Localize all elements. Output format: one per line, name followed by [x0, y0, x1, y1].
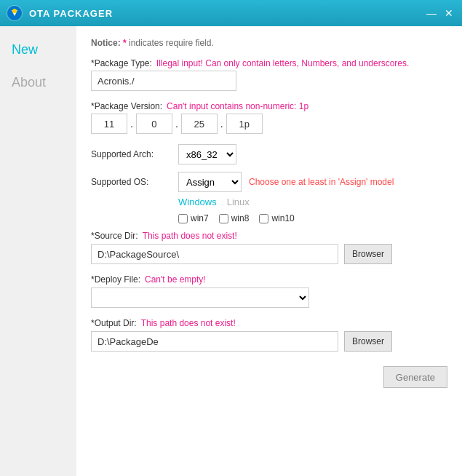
version-field-3[interactable]: [181, 114, 218, 134]
checkbox-win7-label: win7: [191, 213, 209, 223]
checkbox-win8-input[interactable]: [219, 214, 228, 223]
checkbox-win8[interactable]: win8: [219, 213, 250, 223]
checkbox-row: win7 win8 win10: [178, 213, 447, 223]
version-field-2[interactable]: [136, 114, 172, 134]
generate-button[interactable]: Generate: [383, 366, 447, 388]
sidebar-item-new[interactable]: New: [0, 33, 76, 66]
minimize-button[interactable]: —: [424, 6, 439, 20]
app-title: OTA PACKAGER: [29, 8, 424, 19]
output-dir-label: *Output Dir: This path does not exist!: [91, 318, 447, 328]
window-controls: — ✕: [424, 6, 456, 20]
checkbox-win8-label: win8: [231, 213, 250, 223]
arch-label: Supported Arch:: [91, 149, 171, 159]
source-browser-button[interactable]: Browser: [344, 244, 392, 264]
deploy-file-error: Can't be empty!: [145, 274, 206, 285]
package-type-error: Illegal input! Can only contain letters,…: [156, 58, 410, 68]
dot-3: .: [220, 118, 223, 130]
version-field-4[interactable]: [226, 114, 263, 134]
os-tab-linux[interactable]: Linux: [227, 197, 250, 207]
os-tabs: Windows Linux: [178, 197, 447, 207]
output-dir-row: Browser: [91, 331, 447, 352]
output-dir-input[interactable]: [91, 331, 338, 352]
source-dir-error: This path does not exist!: [143, 231, 237, 241]
supported-arch-group: Supported Arch: x86_32 x86_64 arm: [91, 144, 447, 164]
os-select[interactable]: Assign Windows Linux All: [178, 172, 242, 192]
deploy-file-label: *Deploy File: Can't be empty!: [91, 274, 447, 285]
version-field-1[interactable]: [91, 114, 127, 134]
content-area: Notice: * indicates require field. *Pack…: [76, 26, 462, 476]
deploy-file-select[interactable]: [91, 287, 309, 308]
notice-asterisk: *: [123, 38, 127, 48]
svg-point-1: [12, 9, 17, 13]
package-version-label: *Package Version: Can't input contains n…: [91, 101, 447, 111]
checkbox-win10[interactable]: win10: [259, 213, 294, 223]
supported-os-group: Supported OS: Assign Windows Linux All C…: [91, 172, 447, 192]
source-dir-input[interactable]: [91, 244, 338, 264]
generate-row: Generate: [91, 366, 447, 388]
os-label: Supported OS:: [91, 177, 171, 187]
sidebar: New About: [0, 26, 76, 476]
dot-1: .: [130, 118, 133, 130]
version-row: . . .: [91, 114, 447, 134]
main-layout: New About Notice: * indicates require fi…: [0, 26, 462, 476]
os-assign-error: Choose one at least in 'Assign' model: [249, 177, 394, 187]
deploy-file-group: *Deploy File: Can't be empty!: [91, 274, 447, 308]
output-browser-button[interactable]: Browser: [344, 331, 392, 352]
checkbox-win7[interactable]: win7: [178, 213, 209, 223]
source-dir-group: *Source Dir: This path does not exist! B…: [91, 231, 447, 264]
source-dir-label: *Source Dir: This path does not exist!: [91, 231, 447, 241]
close-button[interactable]: ✕: [442, 6, 456, 20]
package-version-error: Can't input contains non-numeric: 1p: [167, 101, 308, 111]
app-logo: [6, 4, 23, 22]
checkbox-win7-input[interactable]: [178, 214, 188, 223]
notice-text: Notice: * indicates require field.: [91, 38, 447, 48]
output-dir-group: *Output Dir: This path does not exist! B…: [91, 318, 447, 352]
package-type-input[interactable]: [91, 71, 236, 91]
dot-2: .: [175, 118, 178, 130]
arch-select[interactable]: x86_32 x86_64 arm: [178, 144, 236, 164]
sidebar-item-about[interactable]: About: [0, 66, 76, 99]
title-bar: OTA PACKAGER — ✕: [0, 0, 462, 26]
output-dir-error: This path does not exist!: [141, 318, 236, 328]
os-tab-windows[interactable]: Windows: [178, 197, 217, 207]
checkbox-win10-input[interactable]: [259, 214, 268, 223]
package-type-group: *Package Type: Illegal input! Can only c…: [91, 58, 447, 91]
package-type-label: *Package Type: Illegal input! Can only c…: [91, 58, 447, 68]
checkbox-win10-label: win10: [271, 213, 294, 223]
package-version-group: *Package Version: Can't input contains n…: [91, 101, 447, 134]
source-dir-row: Browser: [91, 244, 447, 264]
deploy-file-row: [91, 287, 447, 308]
